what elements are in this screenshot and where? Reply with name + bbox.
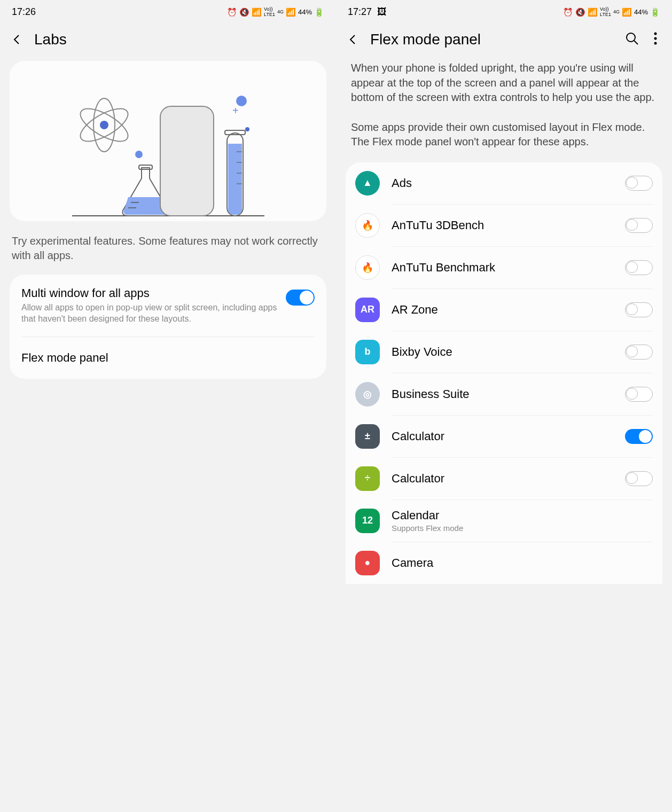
app-row[interactable]: 🔥AnTuTu 3DBench	[346, 205, 662, 246]
labs-settings-card: Multi window for all apps Allow all apps…	[10, 275, 326, 379]
app-row[interactable]: 12CalendarSupports Flex mode	[346, 500, 662, 542]
status-time: 17:27 🖼	[348, 6, 387, 18]
statusbar: 17:27 🖼 ⏰ 🔇 📶 Vo))LTE1 4G 📶 44% 🔋	[336, 0, 672, 21]
page-title: Labs	[34, 31, 67, 48]
labs-illustration-card: +	[10, 61, 326, 221]
mute-icon: 🔇	[239, 8, 249, 16]
signal-icon: 📶	[286, 8, 296, 16]
app-label: Bixby Voice	[392, 345, 625, 359]
volte-icon: Vo))LTE1	[600, 6, 611, 17]
app-label: Ads	[392, 176, 625, 190]
app-sublabel: Supports Flex mode	[392, 524, 653, 533]
appbar: Flex mode panel	[336, 21, 672, 61]
app-label: AnTuTu Benchmark	[392, 261, 625, 275]
app-icon: ●	[355, 551, 380, 575]
app-label-wrap: Camera	[392, 556, 653, 570]
more-vert-icon	[654, 32, 657, 45]
status-time: 17:26	[12, 6, 36, 18]
flex-mode-screen: 17:27 🖼 ⏰ 🔇 📶 Vo))LTE1 4G 📶 44% 🔋 Flex m…	[336, 0, 672, 812]
app-label: Calculator	[392, 430, 625, 443]
volte-icon: Vo))LTE1	[264, 6, 275, 17]
flex-mode-panel-row[interactable]: Flex mode panel	[10, 337, 326, 379]
wifi-icon: 📶	[588, 8, 598, 16]
app-row[interactable]: ▲Ads	[346, 162, 662, 204]
app-label-wrap: AR Zone	[392, 303, 625, 317]
chevron-left-icon	[348, 34, 358, 45]
app-label-wrap: Bixby Voice	[392, 345, 625, 359]
svg-point-19	[627, 33, 635, 42]
app-toggle[interactable]	[625, 176, 653, 191]
status-icons: ⏰ 🔇 📶 Vo))LTE1 4G 📶 44% 🔋	[227, 6, 324, 17]
app-toggle[interactable]	[625, 471, 653, 486]
app-label-wrap: Ads	[392, 176, 625, 190]
app-toggle[interactable]	[625, 302, 653, 317]
app-label: Calendar	[392, 509, 653, 522]
svg-line-20	[634, 41, 638, 44]
statusbar: 17:26 ⏰ 🔇 📶 Vo))LTE1 4G 📶 44% 🔋	[0, 0, 336, 21]
app-toggle[interactable]	[625, 429, 653, 444]
app-icon: ◎	[355, 382, 380, 407]
setting-subtitle: Allow all apps to open in pop-up view or…	[21, 302, 277, 325]
page-title: Flex mode panel	[370, 31, 481, 48]
appbar: Labs	[0, 21, 336, 61]
app-row[interactable]: bBixby Voice	[346, 331, 662, 373]
app-label-wrap: Business Suite	[392, 387, 625, 401]
app-icon: ±	[355, 424, 380, 449]
svg-point-21	[654, 33, 657, 35]
svg-rect-12	[160, 106, 214, 216]
app-icon: ÷	[355, 466, 380, 491]
signal-icon: 📶	[622, 8, 632, 16]
app-row[interactable]: ◎Business Suite	[346, 373, 662, 415]
app-toggle[interactable]	[625, 260, 653, 275]
app-icon: AR	[355, 298, 380, 322]
app-label: AR Zone	[392, 303, 625, 317]
app-label-wrap: CalendarSupports Flex mode	[392, 509, 653, 533]
app-label-wrap: Calculator	[392, 472, 625, 486]
svg-point-23	[654, 42, 657, 45]
app-icon: 🔥	[355, 255, 380, 280]
mute-icon: 🔇	[575, 8, 585, 16]
app-row[interactable]: ±Calculator	[346, 416, 662, 457]
app-row[interactable]: ARAR Zone	[346, 289, 662, 331]
app-icon: b	[355, 340, 380, 364]
network-icon: 4G	[613, 9, 620, 14]
battery-text: 44%	[634, 8, 648, 16]
alarm-icon: ⏰	[563, 8, 573, 16]
app-label-wrap: Calculator	[392, 430, 625, 443]
app-label-wrap: AnTuTu Benchmark	[392, 261, 625, 275]
app-label-wrap: AnTuTu 3DBench	[392, 218, 625, 232]
back-button[interactable]	[346, 32, 361, 47]
alarm-icon: ⏰	[227, 8, 237, 16]
app-row[interactable]: 🔥AnTuTu Benchmark	[346, 247, 662, 288]
search-icon	[625, 32, 639, 45]
app-list[interactable]: ▲Ads🔥AnTuTu 3DBench🔥AnTuTu BenchmarkARAR…	[346, 162, 662, 584]
svg-point-5	[135, 151, 143, 158]
app-row[interactable]: ●Camera	[346, 542, 662, 584]
app-toggle[interactable]	[625, 387, 653, 402]
svg-point-4	[100, 121, 108, 129]
svg-point-22	[654, 37, 657, 40]
app-row[interactable]: ÷Calculator	[346, 458, 662, 499]
app-toggle[interactable]	[625, 345, 653, 360]
battery-icon: 🔋	[314, 8, 324, 16]
app-label: AnTuTu 3DBench	[392, 218, 625, 232]
app-toggle[interactable]	[625, 218, 653, 233]
flex-desc-p2: Some apps provide their own customised l…	[351, 120, 657, 150]
search-button[interactable]	[625, 32, 639, 48]
back-button[interactable]	[10, 32, 25, 47]
setting-title: Multi window for all apps	[21, 286, 277, 300]
app-icon: ▲	[355, 171, 380, 196]
svg-text:+: +	[232, 105, 239, 116]
multi-window-toggle[interactable]	[286, 290, 315, 306]
app-label: Calculator	[392, 472, 625, 486]
flex-description: When your phone is folded upright, the a…	[336, 61, 672, 162]
more-button[interactable]	[654, 32, 657, 47]
battery-text: 44%	[298, 8, 312, 16]
battery-icon: 🔋	[650, 8, 660, 16]
svg-point-7	[245, 127, 249, 131]
wifi-icon: 📶	[252, 8, 262, 16]
app-icon: 12	[355, 509, 380, 533]
chevron-left-icon	[12, 34, 22, 45]
multi-window-setting[interactable]: Multi window for all apps Allow all apps…	[10, 275, 326, 337]
labs-screen: 17:26 ⏰ 🔇 📶 Vo))LTE1 4G 📶 44% 🔋 Labs	[0, 0, 336, 812]
